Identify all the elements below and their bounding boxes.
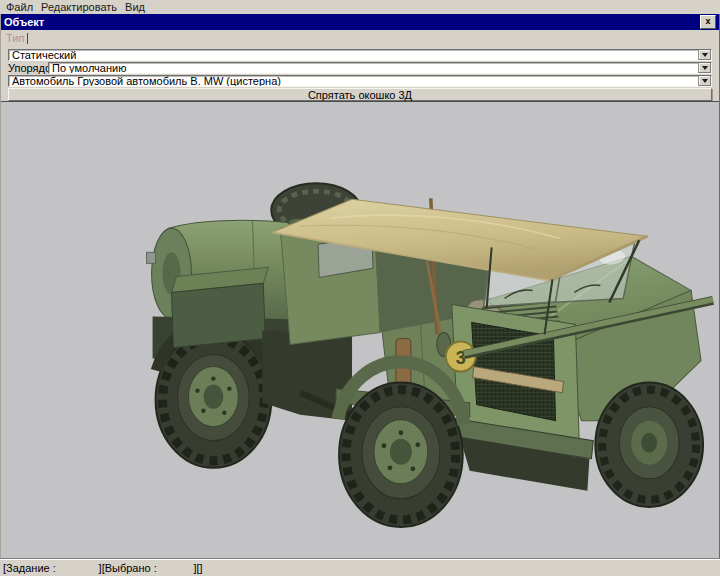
object-window: Объект x Тип Статический Упорядс: По умо…	[0, 14, 720, 558]
truck-3d-render: 3	[1, 102, 719, 558]
category-row: Статический	[8, 49, 712, 61]
window-title: Объект	[4, 14, 44, 30]
menu-item-file[interactable]: Файл	[2, 0, 37, 14]
status-text: [Задание : ][Выбрано : ][]	[3, 560, 203, 576]
close-icon[interactable]: x	[700, 15, 716, 29]
order-label: Упорядс:	[8, 62, 48, 74]
rear-wheel	[156, 332, 272, 468]
hide-3d-window-button[interactable]: Спрятать окошко 3Д	[8, 88, 712, 101]
object-combobox-value: Автомобиль Грузовой автомобиль B. MW (ци…	[9, 76, 698, 86]
status-bar: [Задание : ][Выбрано : ][]	[0, 558, 720, 576]
chevron-down-icon[interactable]	[698, 63, 711, 73]
menu-item-view[interactable]: Вид	[121, 0, 149, 14]
tab-caret	[27, 33, 28, 44]
category-combobox-value: Статический	[9, 50, 698, 60]
order-row: Упорядс: По умолчанию	[8, 62, 712, 74]
chevron-down-icon[interactable]	[698, 76, 711, 86]
truck-model: 3	[147, 183, 713, 527]
front-left-wheel	[339, 383, 463, 527]
menu-item-edit[interactable]: Редактировать	[37, 0, 121, 14]
category-combobox[interactable]: Статический	[8, 49, 712, 61]
object-controls-panel: Статический Упорядс: По умолчанию Автомо…	[1, 46, 719, 101]
order-combobox-value: По умолчанию	[49, 63, 698, 73]
viewport-3d[interactable]: 3	[1, 101, 719, 558]
tab-row: Тип	[1, 30, 719, 46]
chevron-down-icon[interactable]	[698, 50, 711, 60]
app-menu-bar: Файл Редактировать Вид	[0, 0, 720, 14]
app-root: { "menu_bar": { "items": [ {"label": "Фа…	[0, 0, 720, 576]
object-window-title-bar: Объект x	[1, 14, 719, 30]
front-right-wheel	[595, 383, 703, 507]
tab-type[interactable]: Тип	[6, 32, 24, 44]
order-combobox[interactable]: По умолчанию	[48, 62, 712, 74]
object-combobox[interactable]: Автомобиль Грузовой автомобиль B. MW (ци…	[8, 75, 712, 87]
storage-box	[172, 267, 269, 347]
object-row: Автомобиль Грузовой автомобиль B. MW (ци…	[8, 75, 712, 87]
